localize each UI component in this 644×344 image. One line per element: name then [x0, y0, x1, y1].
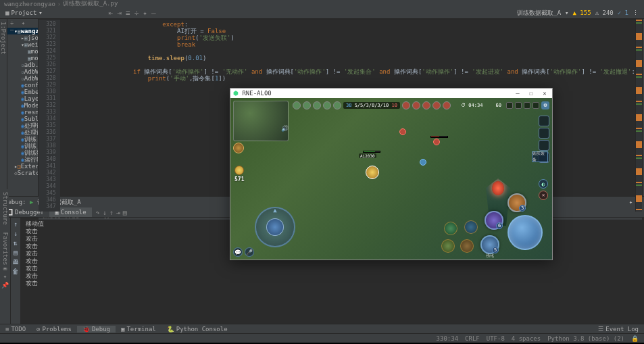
enemy-hero-icon[interactable]: [422, 101, 430, 109]
tree-node[interactable]: ▫adb.exe: [7, 62, 38, 68]
event-log-tab[interactable]: ☰ Event Log: [593, 326, 644, 333]
recall-button[interactable]: [441, 239, 455, 253]
enemy-hero-icon[interactable]: [432, 101, 441, 109]
skill-cancel-button[interactable]: ✕: [539, 191, 548, 200]
chevron-down-icon[interactable]: ▾: [565, 9, 568, 16]
clear-icon[interactable]: 🗑: [12, 268, 19, 275]
item-slot[interactable]: [539, 128, 549, 139]
gold-display[interactable]: 571: [234, 166, 244, 182]
game-viewport[interactable]: 🔊 38 5/5/3/8/3/10 10 ⏱ 04:34 60 ⚙: [230, 98, 552, 260]
expand-icon[interactable]: ⇥: [117, 9, 122, 18]
top-hud: 38 5/5/3/8/3/10 10 ⏱ 04:34 60 ⚙: [293, 101, 549, 109]
caret-position[interactable]: 330:34: [437, 335, 459, 342]
tree-node[interactable]: ▣model_weights: [7, 48, 38, 55]
scroll-icon[interactable]: ▤: [14, 249, 18, 256]
debug-tool-tab[interactable]: 🐞 Debug: [77, 326, 116, 333]
more-icon[interactable]: ⋮: [633, 9, 639, 16]
enemy-hero-icon[interactable]: [412, 101, 420, 109]
warnings-badge[interactable]: ▲ 155: [573, 9, 591, 16]
pin-icon[interactable]: ✦: [3, 273, 7, 280]
signal-icon[interactable]: [506, 102, 513, 109]
tree-node[interactable]: ▫AdbWinUsbApi.dll: [7, 75, 38, 82]
voice-button[interactable]: 🎤: [245, 247, 254, 257]
item-slot[interactable]: [539, 116, 549, 126]
tree-node[interactable]: ◉ModelA.py: [7, 102, 38, 109]
buy-item-button[interactable]: 购买装备: [532, 151, 548, 162]
maximize-icon[interactable]: ☐: [526, 90, 536, 97]
down-icon[interactable]: ↓: [14, 230, 18, 237]
tree-node[interactable]: ▫AdbWinApi.dll: [7, 68, 38, 75]
up-badge[interactable]: ✓ 1: [618, 9, 628, 16]
ally-unit: [420, 159, 426, 166]
enemy-hero-icon[interactable]: [443, 101, 451, 109]
divide-icon[interactable]: ÷: [134, 9, 139, 18]
shop-button[interactable]: [233, 143, 244, 153]
wrap-icon[interactable]: ⇅: [14, 239, 18, 247]
favorites-tool[interactable]: Structure Favorites: [0, 189, 9, 268]
project-dropdown[interactable]: ▦ Project ▾: [0, 9, 48, 16]
tree-node[interactable]: ◉config.py: [7, 82, 38, 89]
minimap[interactable]: [635, 20, 642, 212]
restore-button[interactable]: [444, 222, 457, 235]
speaker-icon[interactable]: 🔊: [281, 125, 289, 132]
more-icon[interactable]: 📌: [1, 282, 9, 289]
ally-hero-icon[interactable]: [333, 101, 341, 109]
retreat-icon[interactable]: [515, 102, 522, 109]
problems-tab[interactable]: ⊘ Problems: [31, 326, 77, 333]
encoding[interactable]: UTF-8: [487, 335, 505, 342]
ally-hero-icon[interactable]: [323, 101, 331, 109]
summoner-skill-2[interactable]: [464, 220, 478, 234]
basic-attack-button[interactable]: [507, 215, 543, 250]
folder-icon: ▦: [5, 9, 9, 16]
up-icon[interactable]: ↑: [14, 220, 18, 228]
chat-button[interactable]: 💬: [233, 247, 243, 257]
chevron-down-icon: ▾: [39, 9, 42, 16]
settings-icon[interactable]: ⚙: [541, 101, 549, 109]
lock-icon[interactable]: 🔒: [631, 335, 639, 342]
attack-signal-icon[interactable]: [524, 102, 530, 109]
todo-tab[interactable]: ≡ TODO: [0, 326, 31, 333]
enemy-hero-icon[interactable]: [402, 101, 410, 109]
tree-node[interactable]: ◉Embed.py: [7, 89, 38, 95]
interpreter[interactable]: Python 3.8 (base) (2): [547, 335, 624, 342]
line-ending[interactable]: CRLF: [465, 335, 480, 342]
minimize-icon[interactable]: —: [513, 90, 522, 97]
skill-3-button[interactable]: 3: [507, 193, 526, 212]
item-slot[interactable]: [539, 140, 549, 151]
select-icon[interactable]: ≡: [126, 9, 130, 18]
gather-icon[interactable]: [532, 102, 539, 109]
tree-node[interactable]: ▸▣json: [7, 34, 38, 41]
lock-target-button[interactable]: ◐: [539, 179, 548, 189]
indent[interactable]: 4 spaces: [512, 335, 541, 342]
ally-hero-icon[interactable]: [293, 101, 301, 109]
skill-2-button[interactable]: 6: [485, 211, 503, 230]
hide-icon[interactable]: —: [151, 9, 156, 18]
tree-node[interactable]: ◉Layers.py: [7, 95, 38, 102]
run-config-name[interactable]: 训练数据截取_A: [517, 9, 561, 18]
collapse-icon[interactable]: ⇤: [109, 9, 114, 18]
skill-1-button[interactable]: 5 强化: [480, 235, 499, 254]
scoreboard[interactable]: 38 5/5/3/8/3/10 10: [343, 102, 400, 109]
summoner-skill-1[interactable]: [460, 239, 474, 253]
emulator-titlebar[interactable]: ⬢ RNE-AL00 — ☐ ✕: [230, 89, 552, 98]
game-minimap[interactable]: [233, 101, 289, 141]
tree-node[interactable]: ▣model_weights_O35: [7, 55, 38, 62]
close-icon[interactable]: ✕: [540, 90, 549, 97]
terminal-tab[interactable]: ▣ Terminal: [116, 326, 162, 333]
ally-hero-icon[interactable]: [303, 101, 311, 109]
emulator-window[interactable]: ⬢ RNE-AL00 — ☐ ✕ 🔊 38 5/5/3/8/3/10 10 ⏱ …: [230, 88, 553, 260]
python-console-tab[interactable]: 🐍 Python Console: [162, 326, 233, 333]
tree-node[interactable]: ◇Scratches and Consoles: [7, 170, 38, 176]
tree-node[interactable]: ▾▣weights: [7, 41, 38, 48]
tree-node[interactable]: ◉resnet_utils.py: [7, 109, 38, 116]
left-tool-strip[interactable]: 1:Project: [0, 19, 7, 196]
enemy-unit: [399, 128, 406, 135]
ally-hero-icon[interactable]: [313, 101, 321, 109]
coin-icon: [234, 166, 244, 175]
settings-icon[interactable]: ✦: [143, 9, 147, 18]
movement-joystick[interactable]: ▲: [255, 207, 295, 247]
hints-badge[interactable]: ⚠ 240: [595, 9, 614, 16]
print-icon[interactable]: 🖶: [12, 258, 19, 266]
tree-node[interactable]: ◉运行辅助.py: [7, 156, 38, 163]
tree-node[interactable]: ▸◫External Libraries: [7, 163, 38, 170]
